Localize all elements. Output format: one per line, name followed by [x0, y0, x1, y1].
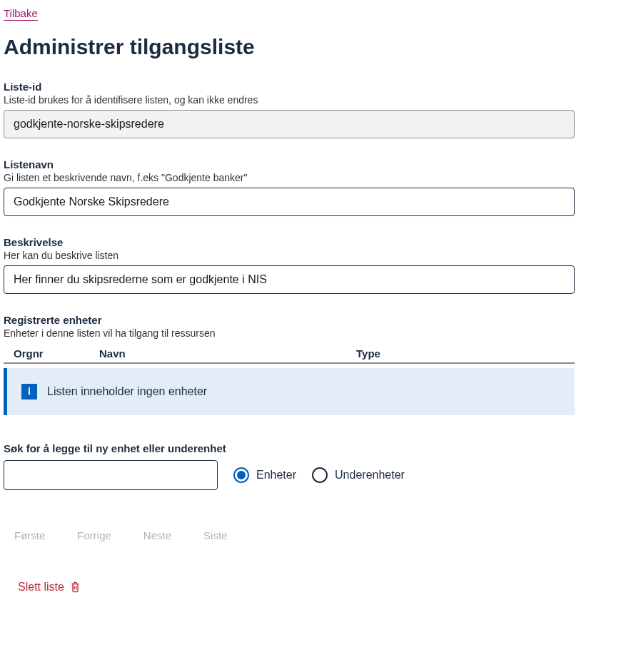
pagination-last: Siste [203, 529, 227, 541]
page-title: Administrer tilgangsliste [4, 35, 632, 59]
search-row: Enheter Underenheter [4, 460, 632, 490]
trash-icon [70, 581, 81, 593]
list-id-group: Liste-id Liste-id brukes for å identifis… [4, 81, 632, 138]
back-link[interactable]: Tilbake [4, 7, 38, 21]
column-type: Type [356, 347, 380, 360]
radio-dot-icon [237, 471, 246, 479]
radio-enheter-label: Enheter [256, 469, 296, 482]
description-group: Beskrivelse Her kan du beskrive listen [4, 236, 632, 294]
list-id-input [4, 110, 575, 138]
pagination: Første Forrige Neste Siste [14, 529, 632, 541]
list-name-help: Gi listen et beskrivende navn, f.eks "Go… [4, 172, 632, 183]
radio-circle-checked-icon [233, 467, 249, 483]
radio-underenheter[interactable]: Underenheter [312, 467, 405, 483]
radio-enheter[interactable]: Enheter [233, 467, 296, 483]
registered-help: Enheter i denne listen vil ha tilgang ti… [4, 327, 632, 339]
table-header-row: Orgnr Navn Type [4, 345, 575, 364]
list-name-group: Listenavn Gi listen et beskrivende navn,… [4, 158, 632, 216]
list-id-label: Liste-id [4, 81, 632, 93]
pagination-prev: Forrige [77, 529, 111, 541]
delete-section: Slett liste [18, 581, 632, 594]
description-help: Her kan du beskrive listen [4, 250, 632, 261]
registered-label: Registrerte enheter [4, 314, 632, 326]
search-section: Søk for å legge til ny enhet eller under… [4, 442, 632, 490]
delete-list-label: Slett liste [18, 581, 64, 594]
delete-list-button[interactable]: Slett liste [18, 581, 81, 594]
list-name-label: Listenavn [4, 158, 632, 170]
radio-circle-unchecked-icon [312, 467, 328, 483]
description-input[interactable] [4, 265, 575, 294]
description-label: Beskrivelse [4, 236, 632, 248]
column-navn: Navn [99, 347, 356, 360]
list-name-input[interactable] [4, 188, 575, 216]
column-orgnr: Orgnr [14, 347, 99, 360]
registered-section: Registrerte enheter Enheter i denne list… [4, 314, 632, 415]
list-id-help: Liste-id brukes for å identifisere liste… [4, 94, 632, 106]
pagination-next: Neste [143, 529, 171, 541]
radio-underenheter-label: Underenheter [335, 469, 405, 482]
empty-list-alert: i Listen inneholder ingen enheter [4, 368, 575, 415]
pagination-first: Første [14, 529, 45, 541]
search-input[interactable] [4, 460, 218, 490]
empty-list-message: Listen inneholder ingen enheter [47, 385, 207, 398]
search-label: Søk for å legge til ny enhet eller under… [4, 442, 632, 454]
info-icon: i [21, 384, 37, 399]
